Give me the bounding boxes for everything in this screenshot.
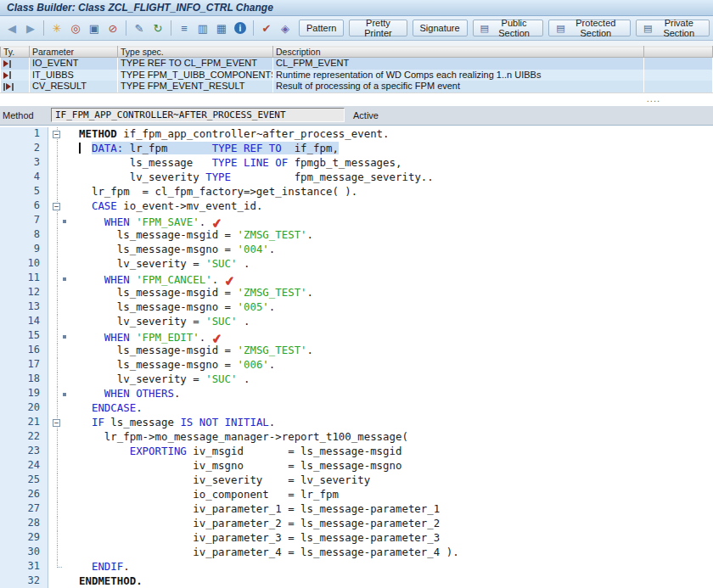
method-status-badge: Active <box>353 110 379 120</box>
line-number: 16 <box>0 344 48 358</box>
parameter-row[interactable]: IO_EVENTTYPE REF TO CL_FPM_EVENTCL_FPM_E… <box>1 58 713 70</box>
code-line-text[interactable]: WHEN 'FPM_CANCEL'.✔ <box>79 272 713 286</box>
forward-icon[interactable]: ▶ <box>22 20 39 36</box>
signature-button[interactable]: Signature <box>413 20 468 36</box>
display-change-icon[interactable]: ✎ <box>131 20 148 36</box>
code-line-text[interactable]: lv_severity = 'SUC' . <box>79 315 713 329</box>
fold-column <box>48 560 79 574</box>
line-number: 14 <box>0 315 48 329</box>
line-number: 25 <box>0 473 48 488</box>
code-line-text[interactable]: ENDIF. <box>79 560 713 574</box>
code-line: 6− CASE io_event->mv_event_id. <box>0 199 713 214</box>
code-line-text[interactable]: WHEN 'FPM_EDIT'.✔ <box>79 329 713 344</box>
code-line-text[interactable]: lv_severity = 'SUC' . <box>79 257 713 272</box>
code-line-text[interactable]: lv_severity TYPE fpm_message_severity.. <box>79 171 713 185</box>
code-line-text[interactable]: iv_parameter_4 = ls_message-parameter_4 … <box>79 546 713 560</box>
param-type-spec-cell: TYPE FPM_EVENT_RESULT <box>118 81 273 92</box>
selection-highlight: DATA: lr_fpm TYPE REF TO if_fpm, <box>92 142 339 154</box>
code-line-text[interactable]: ls_message-msgid = 'ZMSG_TEST'. <box>79 286 713 300</box>
code-line-text[interactable]: METHOD if_fpm_app_controller~after_proce… <box>79 127 713 142</box>
code-line-text[interactable]: lr_fpm = cl_fpm_factory=>get_instance( )… <box>79 185 713 199</box>
code-line-text[interactable]: ls_message-msgid = 'ZMSG_TEST'. <box>79 344 713 358</box>
pane-splitter[interactable]: .... <box>0 92 713 106</box>
where-used-icon[interactable]: ◎ <box>67 20 84 36</box>
code-line-text[interactable]: CASE io_event->mv_event_id. <box>79 199 713 214</box>
window-title: Class Builder: Class ZCL_FLIGHT_INFO_CTR… <box>7 2 273 14</box>
col-header-parameter[interactable]: Parameter <box>30 47 118 58</box>
code-line-text[interactable]: lr_fpm->mo_message_manager->report_t100_… <box>79 430 713 445</box>
code-line: 5 lr_fpm = cl_fpm_factory=>get_instance(… <box>0 185 713 199</box>
fold-column <box>48 546 79 560</box>
parameter-row[interactable]: CV_RESULTTYPE FPM_EVENT_RESULTResult of … <box>1 81 713 92</box>
code-line-text[interactable]: ls_message-msgno = '004'. <box>79 243 713 257</box>
splitter-handle[interactable]: .... <box>647 93 660 104</box>
parameter-row[interactable]: IT_UIBBSTYPE FPM_T_UIBB_COMPONENTSRuntim… <box>1 70 713 81</box>
pattern-button[interactable]: Pattern <box>299 20 344 36</box>
col-header-ty[interactable]: Ty. <box>1 47 30 58</box>
code-editor[interactable]: 1−METHOD if_fpm_app_controller~after_pro… <box>0 126 713 588</box>
activate-icon[interactable]: ◈ <box>277 20 294 36</box>
signature-button-label: Signature <box>420 23 460 33</box>
pretty-printer-button[interactable]: Pretty Printer <box>349 20 407 36</box>
private-section-button[interactable]: ▤Private Section <box>636 20 710 36</box>
fold-toggle-icon[interactable]: − <box>53 131 60 138</box>
code-line-text[interactable]: iv_parameter_3 = ls_message-parameter_3 <box>79 531 713 546</box>
code-line: 7 WHEN 'FPM_SAVE'.✔ <box>0 214 713 228</box>
code-line-text[interactable]: ENDMETHOD. <box>79 574 713 588</box>
object-list-icon[interactable]: ≡ <box>176 20 193 36</box>
table-view-icon[interactable]: ▦ <box>213 20 230 36</box>
param-extra-cell <box>644 70 713 81</box>
code-line-text[interactable]: WHEN 'FPM_SAVE'.✔ <box>79 214 713 228</box>
code-line-text[interactable]: DATA: lr_fpm TYPE REF TO if_fpm, <box>79 142 713 156</box>
code-line-text[interactable]: iv_severity = lv_severity <box>79 473 713 488</box>
code-line: 23 EXPORTING iv_msgid = ls_message-msgid <box>0 445 713 459</box>
check-icon[interactable]: ✔ <box>258 20 275 36</box>
code-line: 11 WHEN 'FPM_CANCEL'.✔ <box>0 272 713 286</box>
code-line: 18 lv_severity = 'SUC' . <box>0 372 713 387</box>
code-line-text[interactable]: ls_message-msgno = '005'. <box>79 300 713 315</box>
line-number: 18 <box>0 372 48 387</box>
public-section-button[interactable]: ▤Public Section <box>473 20 544 36</box>
code-line-text[interactable]: iv_parameter_1 = ls_message-parameter_1 <box>79 502 713 517</box>
fold-column <box>48 329 79 344</box>
code-line: 12 ls_message-msgid = 'ZMSG_TEST'. <box>0 286 713 300</box>
code-line-text[interactable]: WHEN OTHERS. <box>79 387 713 401</box>
col-header-description[interactable]: Description <box>273 47 644 58</box>
code-line-text[interactable]: ENDCASE. <box>79 401 713 416</box>
other-object-icon[interactable]: ✳ <box>48 20 65 36</box>
refresh-icon[interactable]: ↻ <box>149 20 166 36</box>
line-number: 2 <box>0 142 48 156</box>
code-line-text[interactable]: EXPORTING iv_msgid = ls_message-msgid <box>79 445 713 459</box>
back-icon[interactable]: ◀ <box>3 20 20 36</box>
line-number: 27 <box>0 502 48 517</box>
line-number: 28 <box>0 517 48 531</box>
code-line-text[interactable]: ls_message TYPE LINE OF fpmgb_t_messages… <box>79 156 713 171</box>
main-toolbar: ◀▶✳◎▣⊘✎↻≡▥▦i✔◈PatternPretty PrinterSigna… <box>0 16 713 41</box>
hierarchy-icon[interactable]: ▥ <box>194 20 211 36</box>
fold-column: − <box>48 416 79 430</box>
line-number: 13 <box>0 300 48 315</box>
code-line-text[interactable]: io_component = lr_fpm <box>79 488 713 502</box>
fold-marker-icon <box>63 335 66 339</box>
param-description-cell: Runtime representation of WD Comps each … <box>273 70 644 81</box>
param-type-spec-cell: TYPE FPM_T_UIBB_COMPONENTS <box>118 70 273 81</box>
method-name-field[interactable]: IF_FPM_APP_CONTROLLER~AFTER_PROCESS_EVEN… <box>51 108 345 122</box>
code-line-text[interactable]: ls_message-msgid = 'ZMSG_TEST'. <box>79 228 713 243</box>
code-line: 19 WHEN OTHERS. <box>0 387 713 401</box>
code-line-text[interactable]: IF ls_message IS NOT INITIAL. <box>79 416 713 430</box>
info-icon[interactable]: i <box>234 22 246 34</box>
fold-toggle-icon[interactable]: − <box>53 419 60 427</box>
toolbar-separator <box>43 20 44 36</box>
code-line-text[interactable]: ls_message-msgno = '006'. <box>79 358 713 372</box>
fold-toggle-icon[interactable]: − <box>53 203 60 210</box>
copy-icon[interactable]: ▣ <box>86 20 103 36</box>
col-header-type-spec[interactable]: Type spec. <box>118 47 273 58</box>
code-line-text[interactable]: iv_parameter_2 = ls_message-parameter_2 <box>79 517 713 531</box>
line-number: 24 <box>0 459 48 473</box>
delete-icon[interactable]: ⊘ <box>104 20 121 36</box>
fold-column <box>48 473 79 488</box>
code-line-text[interactable]: lv_severity = 'SUC' . <box>79 372 713 387</box>
protected-section-button[interactable]: ▤Protected Section <box>548 20 631 36</box>
code-line-text[interactable]: iv_msgno = ls_message-msgno <box>79 459 713 473</box>
public-section-button-label: Public Section <box>492 18 536 38</box>
